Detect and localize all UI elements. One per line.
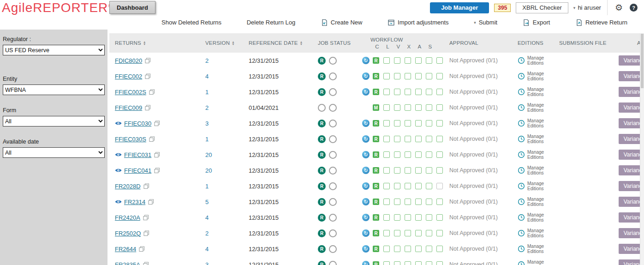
return-link[interactable]: FDIC8020 — [115, 57, 142, 64]
job-manager-button[interactable]: Job Manager — [430, 2, 489, 13]
eye-icon[interactable] — [115, 168, 122, 173]
workflow-checkbox[interactable] — [415, 199, 422, 205]
regulator-select[interactable]: US FED Reserve — [3, 45, 105, 55]
workflow-checkbox[interactable] — [415, 167, 422, 174]
copy-icon[interactable] — [154, 152, 160, 158]
workflow-checkbox[interactable] — [415, 230, 422, 236]
workflow-status-badge[interactable]: R — [373, 167, 379, 174]
workflow-checkbox[interactable] — [383, 73, 390, 79]
workflow-status-badge[interactable]: R — [373, 230, 379, 236]
workflow-checkbox[interactable] — [394, 214, 400, 221]
sort-icon[interactable]: ▲▼ — [232, 41, 235, 45]
job-status-indicator[interactable]: R — [318, 214, 326, 222]
job-status-indicator[interactable]: R — [318, 135, 326, 143]
workflow-checkbox[interactable] — [405, 151, 411, 158]
available-date-select[interactable]: All — [3, 147, 105, 158]
workflow-status-badge[interactable]: R — [373, 136, 379, 142]
workflow-checkbox[interactable] — [436, 167, 443, 174]
workflow-checkbox[interactable] — [415, 73, 422, 79]
manage-editions-link[interactable]: Manage Editions — [512, 100, 554, 115]
copy-icon[interactable] — [143, 215, 149, 221]
workflow-checkbox[interactable] — [426, 73, 432, 79]
workflow-checkbox[interactable] — [436, 57, 443, 64]
workflow-checkbox[interactable] — [405, 104, 411, 111]
toolbar-import-adjustments[interactable]: Import adjustments — [388, 19, 449, 26]
update-icon[interactable]: ↻ — [362, 182, 370, 190]
manage-editions-link[interactable]: Manage Editions — [512, 225, 554, 241]
manage-editions-link[interactable]: Manage Editions — [512, 53, 554, 68]
workflow-checkbox[interactable] — [426, 230, 432, 236]
workflow-checkbox[interactable] — [383, 167, 390, 174]
workflow-checkbox[interactable] — [415, 120, 422, 126]
workflow-checkbox[interactable] — [415, 57, 422, 64]
workflow-checkbox[interactable] — [405, 136, 411, 142]
workflow-checkbox[interactable] — [394, 199, 400, 205]
workflow-checkbox[interactable] — [436, 183, 443, 189]
xbrl-checker-button[interactable]: XBRL Checker — [516, 2, 568, 13]
return-link[interactable]: FFIEC030 — [124, 120, 151, 127]
workflow-checkbox[interactable] — [405, 246, 411, 252]
workflow-checkbox[interactable] — [394, 104, 400, 111]
manage-editions-link[interactable]: Manage Editions — [512, 68, 554, 84]
workflow-checkbox[interactable] — [415, 104, 422, 111]
column-header-returns[interactable]: RETURNS ▲▼ — [109, 33, 200, 53]
workflow-checkbox[interactable] — [394, 261, 400, 265]
update-icon[interactable]: ↻ — [362, 261, 370, 265]
copy-icon[interactable] — [149, 136, 155, 142]
workflow-checkbox[interactable] — [383, 151, 390, 158]
update-icon[interactable]: ↻ — [362, 72, 370, 80]
workflow-checkbox[interactable] — [426, 261, 432, 265]
workflow-status-badge[interactable]: R — [373, 199, 379, 205]
workflow-checkbox[interactable] — [405, 261, 411, 265]
workflow-checkbox[interactable] — [394, 73, 400, 79]
workflow-checkbox[interactable] — [436, 120, 443, 126]
update-icon[interactable]: ↻ — [362, 57, 370, 64]
workflow-checkbox[interactable] — [426, 136, 432, 142]
workflow-checkbox[interactable] — [426, 199, 432, 205]
job-status-indicator[interactable]: R — [318, 261, 326, 265]
workflow-checkbox[interactable] — [436, 151, 443, 158]
job-status-indicator[interactable]: R — [318, 229, 326, 237]
toolbar-submit[interactable]: ▾ Submit — [474, 19, 497, 26]
job-status-indicator[interactable]: R — [318, 72, 326, 80]
job-status-indicator[interactable]: R — [318, 245, 326, 253]
workflow-status-badge[interactable]: M — [373, 104, 379, 111]
workflow-checkbox[interactable] — [415, 136, 422, 142]
workflow-checkbox[interactable] — [383, 261, 390, 265]
workflow-checkbox[interactable] — [383, 104, 390, 111]
workflow-checkbox[interactable] — [383, 230, 390, 236]
workflow-checkbox[interactable] — [436, 104, 443, 111]
update-icon[interactable]: ↻ — [362, 167, 370, 174]
workflow-checkbox[interactable] — [436, 230, 443, 236]
workflow-checkbox[interactable] — [383, 57, 390, 64]
copy-icon[interactable] — [145, 73, 151, 79]
workflow-checkbox[interactable] — [383, 136, 390, 142]
return-link[interactable]: FFIEC002S — [115, 89, 146, 96]
job-status-indicator[interactable]: R — [318, 120, 326, 127]
workflow-checkbox[interactable] — [394, 246, 400, 252]
workflow-checkbox[interactable] — [405, 73, 411, 79]
return-link[interactable]: FR2835A — [115, 261, 140, 265]
manage-editions-link[interactable]: Manage Editions — [512, 178, 554, 194]
copy-icon[interactable] — [154, 120, 160, 126]
form-select[interactable]: All — [3, 116, 105, 126]
workflow-checkbox[interactable] — [436, 214, 443, 221]
workflow-checkbox[interactable] — [436, 246, 443, 252]
return-link[interactable]: FR2502Q — [115, 230, 141, 237]
column-header-version[interactable]: VERSION ▲▼ — [200, 33, 243, 53]
job-status-indicator[interactable]: R — [318, 182, 326, 190]
manage-editions-link[interactable]: Manage Editions — [512, 194, 554, 210]
eye-icon[interactable] — [115, 199, 122, 204]
return-link[interactable]: FFIEC041 — [124, 167, 151, 174]
sort-icon[interactable]: ▲▼ — [300, 41, 303, 45]
workflow-checkbox[interactable] — [383, 199, 390, 205]
workflow-status-badge[interactable]: R — [373, 57, 379, 64]
update-icon[interactable]: ↻ — [362, 229, 370, 237]
workflow-checkbox[interactable] — [405, 214, 411, 221]
workflow-status-badge[interactable]: R — [373, 151, 379, 158]
return-link[interactable]: FFIEC030S — [115, 136, 146, 143]
toolbar-export[interactable]: Export — [523, 19, 550, 26]
workflow-checkbox[interactable] — [426, 89, 432, 95]
copy-icon[interactable] — [154, 168, 160, 174]
workflow-checkbox[interactable] — [394, 136, 400, 142]
